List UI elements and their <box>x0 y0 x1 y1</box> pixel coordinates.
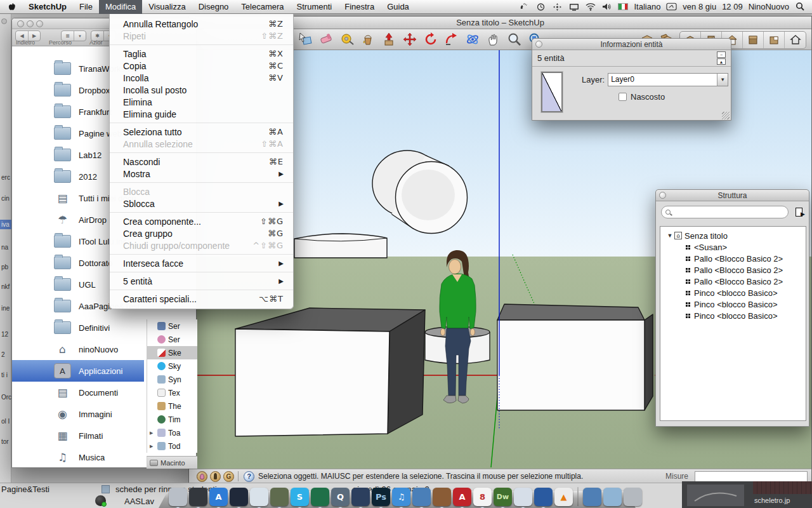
tree-item[interactable]: Pallo <Blocco Basico 2> <box>660 264 806 276</box>
tree-item[interactable]: Pinco <blocco Basico> <box>660 287 806 298</box>
zoom-tool-icon[interactable] <box>506 31 523 48</box>
close-icon[interactable] <box>659 192 666 199</box>
move-tool-icon[interactable] <box>402 31 418 48</box>
menu-item-incolla-sul-posto[interactable]: Incolla sul posto <box>110 84 293 96</box>
app-row-expandable[interactable]: ▶Tod <box>147 439 197 453</box>
tree-item[interactable]: Pinco <blocco Basico> <box>660 310 806 321</box>
hidden-checkbox[interactable] <box>619 93 627 101</box>
time-machine-icon[interactable] <box>535 2 546 11</box>
box-right[interactable] <box>497 304 653 410</box>
menu-item-copia[interactable]: Copia⌘C <box>110 60 293 72</box>
layer-dropdown[interactable]: Layer0 ▼ <box>608 73 728 86</box>
view-home-button[interactable] <box>785 32 806 48</box>
dock-camo-app[interactable] <box>270 488 289 506</box>
menubar-item-finestra[interactable]: Finestra <box>338 0 381 14</box>
menu-item-5-entita[interactable]: 5 entità▶ <box>110 275 293 287</box>
close-icon[interactable] <box>535 41 542 48</box>
box-left[interactable] <box>235 308 425 436</box>
spotlight-icon[interactable] <box>795 2 806 11</box>
folder-row[interactable]: ◉Immagini <box>12 403 144 425</box>
menu-item-annulla[interactable]: Annulla Rettangolo⌘Z <box>110 18 293 30</box>
search-input[interactable] <box>673 208 784 217</box>
volume-icon[interactable] <box>601 2 612 11</box>
display-icon[interactable] <box>568 2 579 11</box>
dock-vlc[interactable]: ▲ <box>554 488 573 506</box>
menu-item-elimina-guide[interactable]: Elimina guide <box>110 108 293 120</box>
wifi-icon[interactable] <box>585 2 596 11</box>
credit-icon[interactable] <box>210 471 221 482</box>
eraser-tool-icon[interactable] <box>318 31 334 48</box>
rotate-tool-icon[interactable] <box>422 31 439 48</box>
close-icon[interactable] <box>17 20 24 27</box>
menubar-username[interactable]: NinoNuovo <box>749 2 789 11</box>
zoom-icon[interactable] <box>36 20 43 27</box>
dock-safari[interactable] <box>514 488 532 506</box>
tree-item[interactable]: Pallo <Blocco Basico 2> <box>660 276 806 287</box>
dock-dark-globe-app[interactable] <box>230 488 248 506</box>
disclosure-right-icon[interactable]: ▶ <box>150 431 155 436</box>
tree-item[interactable]: <Susan> <box>660 241 806 253</box>
resize-grip[interactable] <box>722 112 730 119</box>
menu-item-sblocca[interactable]: Sblocca▶ <box>110 197 293 210</box>
disclosure-down-icon[interactable]: ▼ <box>665 232 674 239</box>
view-top-button[interactable] <box>743 32 764 48</box>
search-field[interactable] <box>661 206 789 218</box>
dropdown-arrow-icon[interactable]: ▼ <box>74 31 86 41</box>
dock-screen-sharing[interactable] <box>412 488 431 506</box>
filter-button[interactable]: ▶ <box>792 206 805 218</box>
app-row-expandable[interactable]: ▶Toa <box>147 426 197 439</box>
menubar-item-visualizza[interactable]: Visualizza <box>142 0 192 14</box>
apple-menu[interactable] <box>0 2 22 12</box>
select-tool-icon[interactable] <box>297 31 313 48</box>
menu-item-elimina[interactable]: Elimina <box>110 96 293 108</box>
tree-root-row[interactable]: ▼ ⌂ Senza titolo <box>660 230 806 241</box>
dock-quicktime[interactable]: Q <box>331 488 350 506</box>
outliner-titlebar[interactable]: Struttura <box>656 190 809 201</box>
view-back-button[interactable] <box>764 32 785 48</box>
entity-info-titlebar[interactable]: Informazioni entità <box>532 39 731 50</box>
menu-item-nascondi[interactable]: Nascondi⌘E <box>110 156 293 168</box>
italian-flag-icon[interactable] <box>618 3 628 10</box>
dock-dashboard-app[interactable] <box>189 488 207 506</box>
app-row[interactable]: Ser <box>147 319 197 333</box>
measure-input[interactable] <box>695 471 808 482</box>
dock-photoshop[interactable]: Ps <box>372 488 390 506</box>
folder-row[interactable]: ▦Filmati <box>12 425 144 446</box>
menu-item-taglia[interactable]: Taglia⌘X <box>110 48 293 60</box>
dropdown-arrow-icon[interactable]: ▼ <box>717 74 728 86</box>
dock-app-store[interactable]: A <box>209 488 228 506</box>
collapse-icon[interactable]: −▲ <box>717 51 726 65</box>
menu-item-mostra[interactable]: Mostra▶ <box>110 168 293 180</box>
paint-bucket-tool-icon[interactable] <box>360 31 376 48</box>
menubar-item-modifica[interactable]: Modifica <box>99 0 142 14</box>
app-row[interactable]: The <box>147 399 197 413</box>
minimize-icon[interactable] <box>27 20 34 27</box>
folder-row-selected[interactable]: AApplicazioni <box>12 360 144 382</box>
tree-item[interactable]: Pinco <blocco Basico> <box>660 298 806 310</box>
follow-me-tool-icon[interactable] <box>443 31 460 48</box>
dock-calendar[interactable]: 8 <box>473 488 492 506</box>
menubar-time[interactable]: 12 09 <box>722 2 743 11</box>
pan-tool-icon[interactable] <box>485 31 502 48</box>
folder-row[interactable]: ♫Musica <box>12 446 144 467</box>
push-pull-tool-icon[interactable] <box>381 31 397 48</box>
app-row[interactable]: Ser <box>147 333 197 346</box>
dock-utility-app[interactable] <box>169 488 187 506</box>
dock-rocket-app[interactable] <box>351 488 370 506</box>
tape-measure-tool-icon[interactable] <box>339 31 355 48</box>
cylinder-left[interactable] <box>294 234 387 258</box>
menubar-item-telecamera[interactable]: Telecamera <box>235 0 290 14</box>
orbit-tool-icon[interactable] <box>464 31 481 48</box>
dock-adobe-reader[interactable]: A <box>453 488 471 506</box>
dock-firefox[interactable] <box>534 488 553 506</box>
accessibility-icon[interactable] <box>552 2 563 11</box>
menu-item-incolla[interactable]: Incolla⌘V <box>110 72 293 84</box>
app-row-selected[interactable]: Ske <box>147 346 197 359</box>
menubar-date[interactable]: ven 8 giu <box>683 2 716 11</box>
folder-row[interactable]: ⌂ninoNuovo <box>12 338 144 360</box>
app-row[interactable]: Tex <box>147 386 197 399</box>
tree-item[interactable]: Pallo <Blocco Basico 2> <box>660 253 806 264</box>
dock-itunes[interactable]: ♫ <box>392 488 410 506</box>
menubar-item-guida[interactable]: Guida <box>381 0 416 14</box>
app-row[interactable]: Tim <box>147 413 197 426</box>
